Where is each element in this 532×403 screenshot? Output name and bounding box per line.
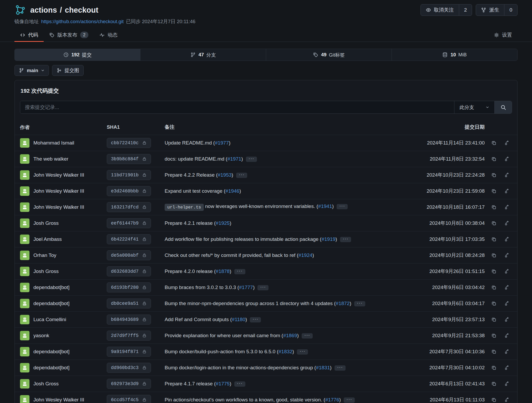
copy-sha-button[interactable]	[489, 234, 499, 244]
avatar[interactable]	[20, 363, 29, 372]
sha-badge[interactable]: d632683dd7	[107, 266, 151, 276]
cherry-pick-button[interactable]	[502, 186, 512, 196]
sha-badge[interactable]: 2d7d9f7ff5	[107, 331, 151, 341]
cherry-pick-button[interactable]	[502, 202, 512, 212]
sha-badge[interactable]: dd960bd3c3	[107, 363, 151, 373]
forks-count[interactable]: 0	[504, 4, 517, 16]
watchers-count[interactable]: 2	[459, 4, 472, 16]
cherry-pick-button[interactable]	[502, 331, 512, 341]
stats-tags[interactable]: 49 Git标签	[266, 49, 392, 61]
repo-link[interactable]: checkout	[65, 6, 98, 14]
copy-sha-button[interactable]	[489, 154, 499, 164]
copy-sha-button[interactable]	[489, 266, 499, 276]
avatar[interactable]	[20, 331, 29, 340]
cherry-pick-button[interactable]	[502, 315, 512, 325]
tab-settings[interactable]: 设置	[488, 28, 518, 42]
stats-commits[interactable]: 192 提交	[15, 49, 140, 61]
author-link[interactable]: John Wesley Walker III	[33, 188, 84, 194]
pr-link[interactable]: #1924	[298, 252, 312, 258]
sha-badge[interactable]: 692973e3d9	[107, 379, 151, 389]
author-link[interactable]: Orhan Toy	[33, 252, 56, 258]
cherry-pick-button[interactable]	[502, 347, 512, 357]
copy-sha-button[interactable]	[489, 250, 499, 260]
commit-expand-button[interactable]: ···	[337, 204, 348, 209]
copy-sha-button[interactable]	[489, 282, 499, 292]
copy-sha-button[interactable]	[489, 298, 499, 309]
pr-link[interactable]: #1776	[325, 397, 339, 402]
fork-button[interactable]: 派生	[476, 4, 504, 16]
avatar[interactable]	[20, 379, 29, 389]
commit-expand-button[interactable]: ···	[250, 317, 261, 322]
avatar[interactable]	[20, 299, 29, 308]
sha-badge[interactable]: 163217dfcd	[107, 202, 151, 212]
commit-expand-button[interactable]: ···	[257, 285, 268, 290]
branch-selector[interactable]: main	[14, 65, 49, 76]
avatar[interactable]	[20, 202, 29, 212]
pr-link[interactable]: #1869	[283, 333, 297, 338]
author-link[interactable]: Mohammad Ismail	[33, 140, 74, 146]
cherry-pick-button[interactable]	[502, 218, 512, 228]
commit-expand-button[interactable]: ···	[340, 237, 351, 242]
pr-link[interactable]: #1832	[278, 349, 292, 354]
pr-link[interactable]: #1872	[336, 301, 350, 306]
cherry-pick-button[interactable]	[502, 363, 512, 373]
pr-link[interactable]: #1919	[322, 236, 336, 242]
commit-expand-button[interactable]: ···	[234, 381, 245, 387]
copy-sha-button[interactable]	[489, 379, 499, 389]
cherry-pick-button[interactable]	[502, 170, 512, 180]
commit-expand-button[interactable]: ···	[297, 349, 308, 355]
cherry-pick-button[interactable]	[502, 379, 512, 389]
sha-badge[interactable]: 6b42224f41	[107, 234, 151, 244]
author-link[interactable]: John Wesley Walker III	[33, 204, 84, 210]
commit-expand-button[interactable]: ···	[246, 157, 257, 162]
sha-badge[interactable]: 11bd71901b	[107, 170, 151, 180]
cherry-pick-button[interactable]	[502, 282, 512, 292]
avatar[interactable]	[20, 315, 29, 324]
sha-badge[interactable]: db0cee9a51	[107, 298, 151, 309]
avatar[interactable]	[20, 218, 29, 228]
pr-link[interactable]: #1777	[239, 285, 253, 290]
cherry-pick-button[interactable]	[502, 250, 512, 260]
pr-link[interactable]: #1878	[216, 268, 230, 274]
tab-releases[interactable]: 版本发布 2	[44, 28, 94, 42]
author-link[interactable]: John Wesley Walker III	[33, 172, 84, 178]
copy-sha-button[interactable]	[489, 186, 499, 196]
pr-link[interactable]: #1925	[216, 220, 230, 226]
copy-sha-button[interactable]	[489, 170, 499, 180]
sha-badge[interactable]: 6d193bf280	[107, 282, 151, 292]
sha-badge[interactable]: 9a9194f871	[107, 347, 151, 357]
author-link[interactable]: Joel Ambass	[33, 236, 62, 242]
avatar[interactable]	[20, 235, 29, 244]
copy-sha-button[interactable]	[489, 331, 499, 341]
pr-link[interactable]: #1971	[227, 156, 241, 162]
avatar[interactable]	[20, 251, 29, 260]
search-input[interactable]	[20, 101, 454, 113]
sha-badge[interactable]: de5a000abf	[107, 250, 151, 260]
pr-link[interactable]: #1977	[215, 140, 229, 146]
cherry-pick-button[interactable]	[502, 395, 512, 403]
pr-link[interactable]: #1946	[225, 188, 239, 194]
copy-sha-button[interactable]	[489, 347, 499, 357]
author-link[interactable]: dependabot[bot]	[33, 349, 69, 355]
avatar[interactable]	[20, 170, 29, 180]
sha-badge[interactable]: 6ccd57f4c5	[107, 395, 151, 403]
commit-expand-button[interactable]: ···	[335, 365, 346, 371]
pr-link[interactable]: #1941	[318, 203, 332, 209]
stats-size[interactable]: 10 MiB	[392, 49, 517, 61]
author-link[interactable]: Josh Gross	[33, 220, 59, 226]
commit-expand-button[interactable]: ···	[344, 397, 355, 403]
tab-activity[interactable]: 动态	[94, 28, 123, 42]
sha-badge[interactable]: 3b9b8c884f	[107, 154, 151, 164]
pr-link[interactable]: #1831	[316, 365, 330, 370]
cherry-pick-button[interactable]	[502, 234, 512, 244]
avatar[interactable]	[20, 283, 29, 292]
avatar[interactable]	[20, 154, 29, 164]
copy-sha-button[interactable]	[489, 363, 499, 373]
author-link[interactable]: dependabot[bot]	[33, 301, 69, 306]
mirror-url-link[interactable]: https://github.com/actions/checkout.git	[41, 19, 124, 24]
search-button[interactable]	[494, 101, 512, 113]
commit-expand-button[interactable]: ···	[234, 269, 245, 274]
sha-badge[interactable]: eef61447b9	[107, 218, 151, 228]
cherry-pick-button[interactable]	[502, 298, 512, 309]
branch-scope-select[interactable]: 此分支	[454, 101, 495, 113]
